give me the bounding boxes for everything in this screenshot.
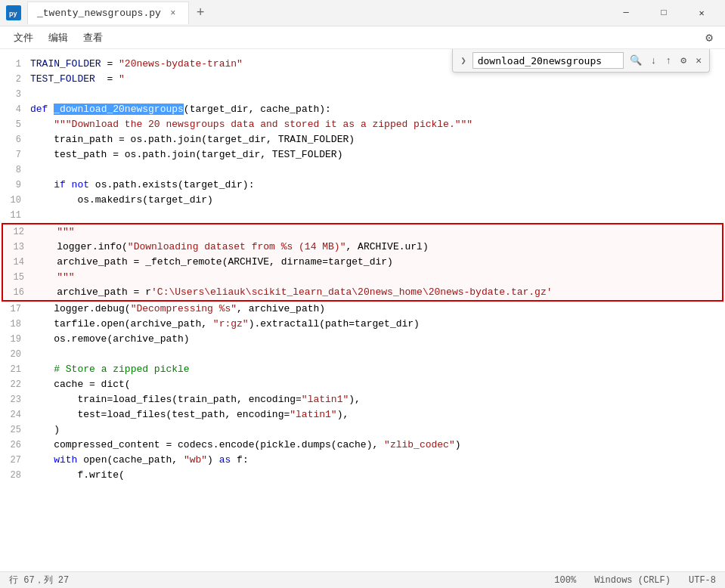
line-ending[interactable]: Windows (CRLF): [594, 575, 671, 586]
search-icon[interactable]: 🔍: [627, 53, 645, 68]
code-line: 22 cache = dict(: [0, 377, 725, 392]
prev-match-button[interactable]: ↑: [663, 54, 675, 68]
search-chevron-icon[interactable]: ❯: [457, 54, 469, 68]
title-bar: py _twenty_newsgroups.py × + ─ □ ✕: [0, 0, 725, 26]
code-line: 7 test_path = os.path.join(target_dir, T…: [0, 147, 725, 162]
code-line-highlighted: 15 """: [3, 270, 722, 285]
code-line: 21 # Store a zipped pickle: [0, 362, 725, 377]
code-line: 27 with open(cache_path, "wb") as f:: [0, 453, 725, 468]
close-search-button[interactable]: ✕: [692, 53, 705, 68]
code-line: 18 tarfile.open(archive_path, "r:gz").ex…: [0, 317, 725, 332]
code-line: 20: [0, 347, 725, 362]
code-line: 6 train_path = os.path.join(target_dir, …: [0, 132, 725, 147]
close-window-button[interactable]: ✕: [684, 2, 719, 24]
app-icon: py: [6, 5, 21, 20]
close-tab-button[interactable]: ×: [167, 8, 179, 20]
code-line: 28 f.write(: [0, 468, 725, 483]
code-line: 10 os.makedirs(target_dir): [0, 193, 725, 208]
settings-icon[interactable]: ⚙: [699, 28, 719, 48]
code-line: 19 os.remove(archive_path): [0, 332, 725, 347]
file-tab[interactable]: _twenty_newsgroups.py ×: [27, 2, 189, 24]
search-input[interactable]: [472, 52, 624, 69]
code-line: 23 train=load_files(train_path, encoding…: [0, 392, 725, 407]
code-line: 24 test=load_files(test_path, encoding="…: [0, 407, 725, 422]
code-line: 3: [0, 87, 725, 102]
code-line: 17 logger.debug("Decompressing %s", arch…: [0, 302, 725, 317]
code-line-highlighted: 16 archive_path = r'C:\Users\eliauk\scik…: [3, 285, 722, 300]
encoding[interactable]: UTF-8: [689, 575, 716, 586]
code-line: 11: [0, 208, 725, 223]
code-line-highlighted: 13 logger.info("Downloading dataset from…: [3, 240, 722, 255]
code-line-highlighted: 14 archive_path = _fetch_remote(ARCHIVE,…: [3, 255, 722, 270]
editor-area: ❯ 🔍 ↓ ↑ ⚙ ✕ 1 TRAIN_FOLDER = "20news-byd…: [0, 49, 725, 571]
minimize-button[interactable]: ─: [609, 2, 643, 24]
status-bar: 行 67，列 27 100% Windows (CRLF) UTF-8: [0, 571, 725, 588]
code-line-highlighted: 12 """: [3, 224, 722, 240]
code-line: 2 TEST_FOLDER = ": [0, 72, 725, 87]
search-bar: ❯ 🔍 ↓ ↑ ⚙ ✕: [452, 49, 710, 73]
code-line: 25 ): [0, 422, 725, 438]
code-line: 4 def _download_20newsgroups(target_dir,…: [0, 102, 725, 117]
code-editor[interactable]: 1 TRAIN_FOLDER = "20news-bydate-train" 2…: [0, 49, 725, 571]
window-controls: ─ □ ✕: [609, 2, 719, 24]
svg-text:py: py: [9, 10, 17, 17]
menu-file[interactable]: 文件: [6, 29, 41, 47]
cursor-position[interactable]: 行 67，列 27: [9, 574, 69, 586]
code-line: 5 """Download the 20 newsgroups data and…: [0, 117, 725, 132]
zoom-level[interactable]: 100%: [554, 575, 576, 586]
search-options-icon[interactable]: ⚙: [677, 53, 689, 68]
maximize-button[interactable]: □: [646, 2, 681, 24]
menu-view[interactable]: 查看: [76, 29, 110, 47]
tab-label: _twenty_newsgroups.py: [37, 8, 161, 19]
menu-bar: 文件 编辑 查看 ⚙: [0, 26, 725, 49]
menu-edit[interactable]: 编辑: [41, 29, 76, 47]
code-line: 26 compressed_content = codecs.encode(pi…: [0, 438, 725, 453]
code-line: 8: [0, 162, 725, 178]
add-tab-button[interactable]: +: [191, 5, 211, 20]
next-match-button[interactable]: ↓: [648, 54, 660, 68]
code-line: 9 if not os.path.exists(target_dir):: [0, 178, 725, 193]
